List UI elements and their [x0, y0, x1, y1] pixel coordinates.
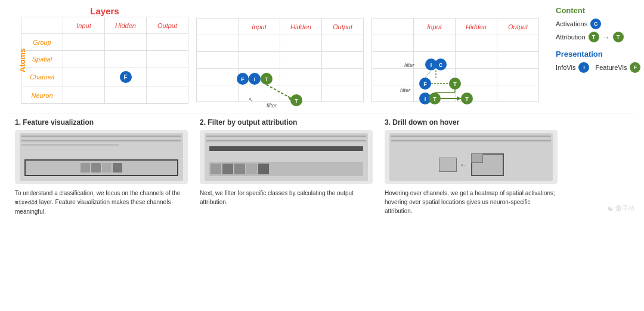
col-output: Output — [147, 17, 188, 34]
presentation-infovis: InfoVis I FeatureVis F — [556, 62, 644, 73]
feature-panel-3: 3. Drill down on hover ← — [379, 118, 564, 216]
right-panel: Content Activations C Attribution T → T … — [547, 6, 644, 75]
feature-title-3: 3. Drill down on hover — [385, 118, 558, 127]
cell-channel-input — [63, 67, 105, 87]
cell3-neuron-output — [497, 85, 539, 102]
col2-input: Input — [239, 19, 280, 35]
presentation-section: Presentation InfoVis I FeatureVis F — [556, 50, 644, 73]
cell3-spatial-input — [414, 52, 456, 69]
cell-group-hidden — [105, 34, 147, 51]
cell2-group-hidden — [280, 35, 322, 52]
cell-spatial-hidden — [105, 51, 147, 67]
screenshot-1 — [15, 130, 188, 184]
cell3-channel-hidden — [456, 69, 497, 85]
infovis-label: InfoVis — [556, 64, 575, 71]
cell2-neuron-output — [322, 85, 364, 102]
layers-title: Layers — [90, 6, 119, 16]
cell-spatial-input — [63, 51, 105, 67]
cell2-spatial-output — [322, 52, 364, 69]
feature-desc-2: Next, we filter for specific classes by … — [200, 189, 373, 207]
cell-neuron-hidden — [105, 87, 147, 104]
feature-panel-2: 2. Filter by output attribution — [194, 118, 379, 216]
cell2-spatial-input — [239, 52, 280, 69]
layers-grid-2: Input Hidden Output — [196, 18, 364, 102]
code-snippet: mixed4d — [15, 199, 38, 205]
layers-grid: Input Hidden Output Group — [21, 17, 188, 104]
content-activations: Activations C — [556, 19, 644, 29]
feature-panel-1: 1. Feature visualization — [9, 118, 194, 216]
col2-output: Output — [322, 19, 364, 35]
badge-F-pres: F — [630, 62, 640, 73]
feature-desc-1: To understand a classification, we focus… — [15, 189, 188, 216]
cell-group-output — [147, 34, 188, 51]
content-section: Content Activations C Attribution T → T — [556, 6, 644, 42]
attribution-label: Attribution — [556, 33, 586, 41]
cell2-group-input — [239, 35, 280, 52]
svg-text:filter: filter — [267, 103, 277, 109]
activations-label: Activations — [556, 20, 587, 27]
cell3-group-hidden — [456, 35, 497, 52]
cell2-channel-input — [239, 69, 280, 85]
feature-title-1: 1. Feature visualization — [15, 118, 188, 127]
cell-channel-output — [147, 67, 188, 87]
cell-neuron-output — [147, 87, 188, 104]
layers-grid-3: Input Hidden Output — [371, 18, 539, 102]
col3-output: Output — [497, 19, 539, 35]
cell-neuron-input — [63, 87, 105, 104]
cell2-spatial-hidden — [280, 52, 322, 69]
cell2-group-output — [322, 35, 364, 52]
content-title: Content — [556, 6, 644, 15]
cell2-neuron-hidden — [280, 85, 322, 102]
row-neuron: Neuron — [21, 87, 63, 104]
screenshot-3: ← — [385, 130, 558, 184]
content-attribution: Attribution T → T — [556, 32, 644, 42]
cell3-channel-input — [414, 69, 456, 85]
col3-hidden: Hidden — [456, 19, 497, 35]
badge-I: I — [578, 62, 589, 73]
row-group: Group — [21, 34, 63, 51]
row-channel: Channel — [21, 67, 63, 87]
featurevis-label: FeatureVis — [595, 64, 627, 71]
watermark: ☯ 量子位 — [608, 118, 635, 216]
badge-T-from: T — [589, 32, 599, 42]
cell3-neuron-input — [414, 85, 456, 102]
feature-title-2: 2. Filter by output attribution — [200, 118, 373, 127]
cell-group-input — [63, 34, 105, 51]
col-input: Input — [63, 17, 105, 34]
badge-C: C — [590, 19, 601, 29]
cell-spatial-output — [147, 51, 188, 67]
cell3-group-input — [414, 35, 456, 52]
cell3-channel-output — [497, 69, 539, 85]
arrow-right: → — [602, 33, 610, 42]
col3-input: Input — [414, 19, 456, 35]
cell3-group-output — [497, 35, 539, 52]
cell3-neuron-hidden — [456, 85, 497, 102]
row-spatial: Spatial — [21, 51, 63, 67]
col2-hidden: Hidden — [280, 19, 322, 35]
badge-F-1: F — [120, 71, 132, 83]
screenshot-2 — [200, 130, 373, 184]
presentation-title: Presentation — [556, 50, 644, 58]
cell2-channel-output — [322, 69, 364, 85]
col-hidden: Hidden — [105, 17, 147, 34]
cell3-spatial-output — [497, 52, 539, 69]
cell2-channel-hidden — [280, 69, 322, 85]
atoms-label: Atoms — [18, 48, 27, 72]
cell3-spatial-hidden — [456, 52, 497, 69]
badge-T-to: T — [613, 32, 624, 42]
feature-desc-3: Hovering over channels, we get a heatmap… — [385, 189, 558, 215]
cell-channel-hidden: F — [105, 67, 147, 87]
cell2-neuron-input — [239, 85, 280, 102]
